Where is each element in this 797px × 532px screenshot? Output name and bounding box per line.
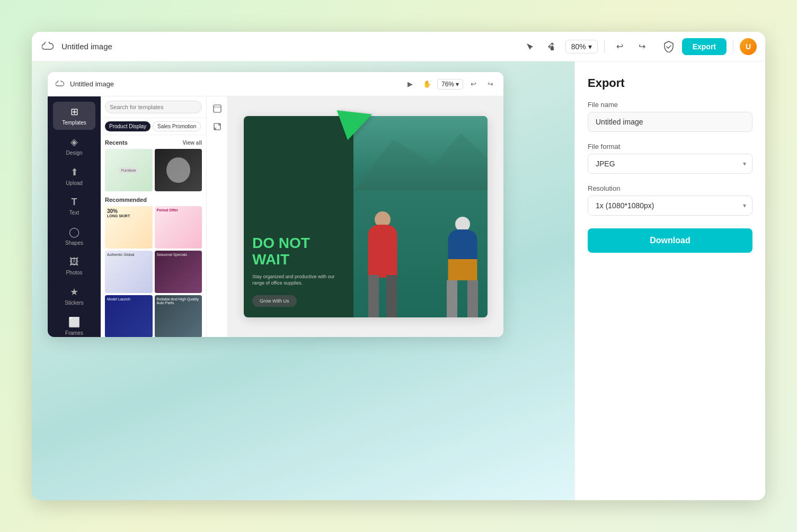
inner-zoom-value: 76% (441, 81, 454, 88)
sidebar-item-frames[interactable]: ⬜ Frames (53, 312, 95, 337)
resolution-field: Resolution 1x (1080*1080px) 2x (2160*216… (588, 184, 752, 216)
sidebar-item-shapes[interactable]: ◯ Shapes (53, 222, 95, 250)
recommended-section-header: Recommended (105, 197, 202, 203)
export-button[interactable]: Export (682, 38, 727, 55)
inner-body: ⊞ Templates ◈ Design ⬆ Upload T (48, 96, 503, 337)
resolution-wrapper: 1x (1080*1080px) 2x (2160*2160px) 0.5x (… (588, 196, 752, 216)
template-thumb-1[interactable]: Furniture (105, 149, 153, 191)
inner-undo-btn[interactable]: ↩ (466, 77, 480, 91)
inner-redo-btn[interactable]: ↪ (483, 77, 497, 91)
recents-label: Recents (105, 139, 128, 146)
zoom-control[interactable]: 80% ▾ (565, 40, 598, 54)
sidebar-item-upload[interactable]: ⬆ Upload (53, 162, 95, 190)
template-thumb-3[interactable]: 30% LONG SKIRT (105, 206, 153, 249)
recents-section-header: Recents View all (105, 139, 202, 146)
frames-icon: ⬜ (68, 316, 80, 328)
design-card: DO NOT WAIT Stay organized and productiv… (244, 116, 488, 317)
pan-tool-btn[interactable] (543, 38, 561, 56)
sidebar-label-templates: Templates (62, 120, 86, 126)
sidebar-item-stickers[interactable]: ★ Stickers (53, 282, 95, 310)
template-thumb-7[interactable]: Model Launch (105, 295, 153, 337)
avatar[interactable]: U (740, 38, 757, 55)
sidebar-item-photos[interactable]: 🖼 Photos (53, 252, 95, 280)
inner-zoom[interactable]: 76% ▾ (437, 79, 463, 90)
design-headline: DO NOT WAIT (252, 235, 345, 268)
sidebar: ⊞ Templates ◈ Design ⬆ Upload T (48, 96, 101, 337)
inner-pan-btn[interactable]: ✋ (420, 77, 434, 91)
chevron-down-icon: ▾ (588, 42, 592, 51)
shield-btn[interactable] (660, 38, 678, 56)
sidebar-item-templates[interactable]: ⊞ Templates (53, 102, 95, 130)
inner-chevron-icon: ▾ (456, 81, 459, 88)
search-input[interactable] (105, 101, 202, 113)
download-button[interactable]: Download (588, 228, 752, 253)
template-thumb-6[interactable]: Seasonal Specials (155, 251, 202, 293)
product-display-tag[interactable]: Product Display (105, 121, 150, 131)
filter-tags: Product Display Sales Promotion (101, 118, 206, 135)
resize-tool-btn[interactable] (209, 119, 225, 135)
file-format-wrapper: JPEG PNG PDF SVG ▾ (588, 154, 752, 174)
view-all-link[interactable]: View all (182, 140, 202, 146)
people-image (353, 116, 488, 317)
template-thumb-4[interactable]: Period Offer (155, 206, 202, 249)
undo-btn[interactable]: ↩ (611, 38, 629, 56)
design-icon: ◈ (70, 136, 78, 148)
sidebar-item-design[interactable]: ◈ Design (53, 132, 95, 160)
template-thumb-2[interactable] (155, 149, 202, 191)
sidebar-label-stickers: Stickers (65, 300, 84, 306)
sidebar-label-upload: Upload (66, 180, 83, 186)
panel-content: Recents View all Furniture (101, 135, 206, 337)
design-cta-btn[interactable]: Grow With Us (252, 295, 297, 307)
file-format-select[interactable]: JPEG PNG PDF SVG (588, 154, 752, 174)
file-format-field: File format JPEG PNG PDF SVG ▾ (588, 143, 752, 174)
export-panel-title: Export (588, 76, 752, 90)
page-title: Untitled image (61, 42, 515, 51)
text-icon: T (72, 197, 77, 208)
tools-strip (207, 96, 228, 337)
divider (604, 40, 605, 53)
file-name-label: File name (588, 101, 752, 109)
file-format-label: File format (588, 143, 752, 150)
green-arrow-icon (337, 100, 378, 140)
sidebar-label-photos: Photos (66, 270, 82, 276)
body: Untitled image ▶ ✋ 76% ▾ ↩ ↪ (32, 61, 765, 500)
templates-icon: ⊞ (70, 106, 78, 118)
select-tool-btn[interactable] (521, 38, 539, 56)
sales-promotion-tag[interactable]: Sales Promotion (153, 121, 201, 131)
resolution-select[interactable]: 1x (1080*1080px) 2x (2160*2160px) 0.5x (… (588, 196, 752, 216)
photos-icon: 🖼 (69, 256, 79, 268)
inner-cloud-icon (54, 78, 66, 90)
inner-header: Untitled image ▶ ✋ 76% ▾ ↩ ↪ (48, 72, 503, 96)
recommended-label: Recommended (105, 197, 147, 203)
sidebar-label-frames: Frames (65, 330, 83, 336)
design-subtext: Stay organized and productive with our r… (252, 273, 345, 287)
divider-2 (733, 40, 733, 53)
svg-rect-0 (551, 47, 554, 50)
recents-grid: Furniture (105, 149, 202, 191)
sidebar-label-text: Text (69, 210, 79, 216)
resolution-label: Resolution (588, 184, 752, 192)
svg-rect-1 (214, 105, 221, 112)
canvas-area: Untitled image ▶ ✋ 76% ▾ ↩ ↪ (32, 61, 574, 500)
templates-panel: Product Display Sales Promotion Recents … (101, 96, 207, 337)
toolbar: 80% ▾ ↩ ↪ Export U (521, 38, 757, 56)
sidebar-item-text[interactable]: T Text (53, 192, 95, 220)
template-thumb-5[interactable]: Authentic Global (105, 251, 153, 293)
file-name-field: File name (588, 101, 752, 132)
inner-toolbar: ▶ ✋ 76% ▾ ↩ ↪ (403, 77, 497, 91)
template-thumb-8[interactable]: Reliable And High Quality Auto Parts (155, 295, 202, 337)
search-area (101, 96, 206, 118)
design-right-panel (353, 116, 488, 317)
background-tool-btn[interactable] (209, 101, 225, 117)
inner-title: Untitled image (70, 80, 399, 88)
inner-select-btn[interactable]: ▶ (403, 77, 417, 91)
cloud-icon (40, 39, 55, 54)
upload-icon: ⬆ (70, 166, 78, 178)
recommended-grid: 30% LONG SKIRT Period Offer Authentic Gl… (105, 206, 202, 337)
file-name-input[interactable] (588, 112, 752, 132)
zoom-value: 80% (571, 42, 586, 51)
design-left-panel: DO NOT WAIT Stay organized and productiv… (244, 116, 353, 317)
inner-window: Untitled image ▶ ✋ 76% ▾ ↩ ↪ (48, 72, 503, 337)
redo-btn[interactable]: ↪ (633, 38, 651, 56)
app-window: Untitled image 80% ▾ ↩ ↪ (32, 32, 765, 500)
